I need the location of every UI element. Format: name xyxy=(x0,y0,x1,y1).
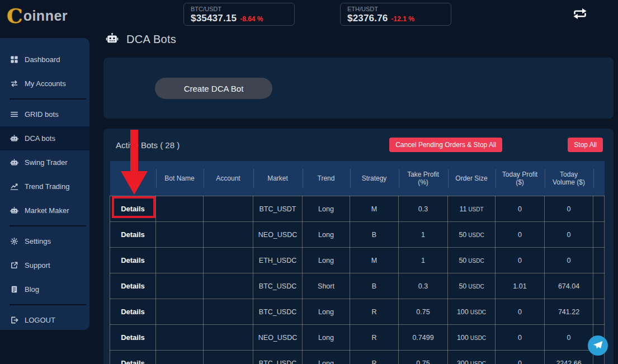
sidebar-item-label: Swing Trader xyxy=(25,158,68,167)
today-profit-cell: 0 xyxy=(496,299,545,325)
trend-cell: Long xyxy=(303,196,350,222)
sidebar-item-blog[interactable]: Blog xyxy=(0,277,89,301)
bot-name-cell xyxy=(156,325,204,351)
today-profit-cell: 0 xyxy=(496,196,545,222)
account-cell xyxy=(204,248,253,273)
column-header-take-profit: Take Profit (%) xyxy=(399,161,448,196)
dashboard-icon xyxy=(10,55,18,64)
take-profit-cell: 0.75 xyxy=(399,299,448,325)
ticker-pair: BTC/USDT xyxy=(191,6,287,12)
order-size-cell: 50USDC xyxy=(448,222,496,248)
sidebar-item-label: Market Maker xyxy=(25,206,69,215)
bot-name-cell xyxy=(156,196,204,222)
external-link-icon xyxy=(10,261,18,270)
account-cell xyxy=(204,351,253,364)
active-bots-panel: Active Bots ( 28 ) Cancel Pending Orders… xyxy=(103,129,614,364)
order-size-unit: USDC xyxy=(470,361,486,364)
sidebar-item-label: Dashboard xyxy=(25,55,60,64)
strategy-cell: B xyxy=(350,222,399,248)
sidebar-item-trend-trading[interactable]: Trend Trading xyxy=(0,174,89,198)
overflow-cell xyxy=(593,222,605,248)
order-size-cell: 100USDC xyxy=(448,325,496,351)
today-volume-cell: 0 xyxy=(545,248,593,273)
sidebar-divider xyxy=(10,225,86,226)
ticker-eth-usdt: ETH/USDT $2376.76 -12.1 % xyxy=(340,3,451,26)
bot-name-cell xyxy=(156,248,204,273)
sidebar-item-my-accounts[interactable]: My Accounts xyxy=(0,72,89,96)
swap-icon[interactable] xyxy=(572,6,588,21)
telegram-paper-plane-icon xyxy=(592,339,603,352)
today-profit-cell: 0 xyxy=(496,222,545,248)
sidebar-item-label: Trend Trading xyxy=(25,182,69,191)
sidebar-item-support[interactable]: Support xyxy=(0,253,89,277)
sidebar-item-market-maker[interactable]: Market Maker xyxy=(0,198,89,223)
brand-crescent-icon: C xyxy=(7,3,23,28)
account-cell xyxy=(204,222,253,248)
column-header-today-profit: Today Profit ($) xyxy=(496,161,545,196)
strategy-cell: B xyxy=(350,273,399,299)
order-size-cell: 50USDC xyxy=(448,273,496,299)
sidebar-item-settings[interactable]: Settings xyxy=(0,229,89,253)
annotation-arrow-head-icon xyxy=(121,171,148,195)
sidebar-item-label: Support xyxy=(25,261,50,270)
telegram-fab[interactable] xyxy=(588,335,608,356)
details-button[interactable]: Details xyxy=(110,325,156,351)
details-button[interactable]: Details xyxy=(110,351,156,364)
overflow-cell xyxy=(593,273,605,299)
ticker-price: $35437.15 xyxy=(191,13,237,24)
sidebar-item-grid-bots[interactable]: GRID bots xyxy=(0,102,89,126)
page-title-text: DCA Bots xyxy=(126,33,176,46)
column-header-order-size: Order Size xyxy=(448,161,496,196)
ticker-btc-usdt: BTC/USDT $35437.15 -8.64 % xyxy=(183,3,295,26)
details-button[interactable]: Details xyxy=(110,222,156,248)
market-cell: BTC_USDC xyxy=(253,351,303,364)
column-header-trend: Trend xyxy=(303,161,350,196)
take-profit-cell: 1 xyxy=(399,222,448,248)
today-profit-cell: 1.01 xyxy=(496,273,545,299)
details-button[interactable]: Details xyxy=(110,299,156,325)
sidebar-divider xyxy=(10,304,86,305)
take-profit-cell: 0.75 xyxy=(399,351,448,364)
trend-cell: Long xyxy=(303,299,350,325)
table-row: DetailsETH_USDCLongM150USDC00 xyxy=(110,248,605,273)
today-volume-cell: 0 xyxy=(545,325,593,351)
trend-chart-icon xyxy=(10,182,18,191)
stop-all-button[interactable]: Stop All xyxy=(568,138,603,152)
order-size-cell: 300USDC xyxy=(448,351,496,364)
order-size-unit: USDC xyxy=(468,258,484,264)
trend-cell: Long xyxy=(303,325,350,351)
accounts-swap-icon xyxy=(10,79,18,88)
table-row: DetailsBTC_USDCLongR0.75100USDC0741.22 xyxy=(110,299,605,325)
brand-logo[interactable]: C oinner xyxy=(7,3,68,28)
take-profit-cell: 0.3 xyxy=(399,273,448,299)
market-cell: BTC_USDT xyxy=(253,196,303,222)
sidebar-item-label: LOGOUT xyxy=(25,316,55,324)
market-cell: BTC_USDC xyxy=(253,299,303,325)
sidebar-item-logout[interactable]: LOGOUT xyxy=(0,308,89,332)
sidebar-item-dashboard[interactable]: Dashboard xyxy=(0,48,89,72)
take-profit-cell: 0.3 xyxy=(399,196,448,222)
overflow-cell xyxy=(593,299,605,325)
account-cell xyxy=(204,299,253,325)
today-volume-cell: 0 xyxy=(545,196,593,222)
sidebar-item-dca-bots[interactable]: DCA bots xyxy=(0,126,89,150)
market-cell: ETH_USDC xyxy=(253,248,303,273)
column-header-market: Market xyxy=(253,161,303,196)
trend-cell: Long xyxy=(303,351,350,364)
logout-icon xyxy=(10,316,18,324)
robot-icon xyxy=(10,158,18,167)
details-button[interactable]: Details xyxy=(110,248,156,273)
order-size-unit: USDT xyxy=(468,206,483,212)
order-size-unit: USDC xyxy=(470,335,486,341)
today-volume-cell: 0 xyxy=(545,222,593,248)
details-button[interactable]: Details xyxy=(110,273,156,299)
order-size-cell: 50USDC xyxy=(448,248,496,273)
table-row: DetailsBTC_USDCLongR0.75300USDC02242.66 xyxy=(110,351,605,364)
active-bots-title: Active Bots ( 28 ) xyxy=(116,140,180,150)
robot-icon xyxy=(10,206,18,215)
create-dca-bot-button[interactable]: Create DCA Bot xyxy=(155,78,272,99)
table-row: DetailsNEO_USDCLongB150USDC00 xyxy=(110,222,605,248)
sidebar-item-swing-trader[interactable]: Swing Trader xyxy=(0,150,89,174)
cancel-pending-stop-all-button[interactable]: Cancel Pending Orders & Stop All xyxy=(389,138,502,152)
today-volume-cell: 741.22 xyxy=(545,299,593,325)
